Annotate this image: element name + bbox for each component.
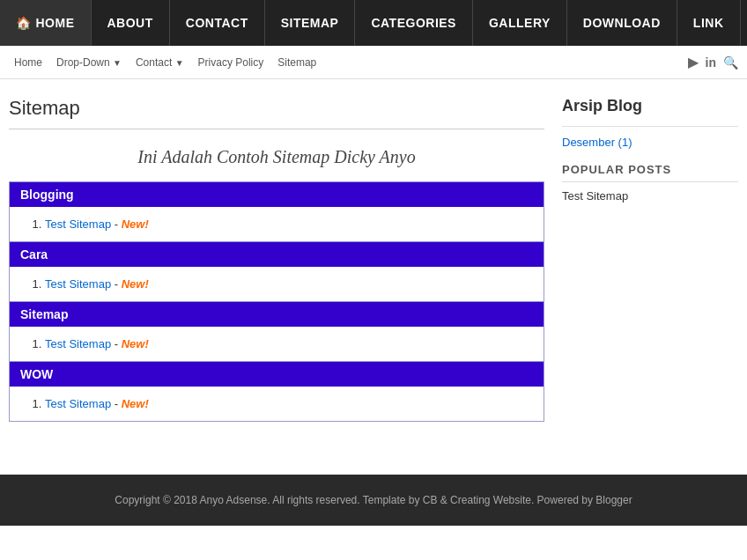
sitemap-link[interactable]: Test Sitemap xyxy=(45,337,111,350)
footer: Copyright © 2018 Anyo Adsense. All right… xyxy=(0,475,747,526)
sec-nav-dropdown[interactable]: Drop-Down ▼ xyxy=(51,53,127,72)
sec-nav-home[interactable]: Home xyxy=(9,53,48,72)
footer-text: Copyright © 2018 Anyo Adsense. All right… xyxy=(115,494,632,506)
category-blogging: Blogging xyxy=(10,182,544,207)
category-cara: Cara xyxy=(10,242,544,267)
nav-sitemap[interactable]: SITEMAP xyxy=(265,0,356,46)
youtube-icon[interactable]: ▶ xyxy=(688,54,699,70)
sitemap-link[interactable]: Test Sitemap xyxy=(45,217,111,231)
contact-dropdown-arrow: ▼ xyxy=(175,58,184,68)
archive-link[interactable]: Desember (1) xyxy=(562,136,738,149)
list-item: Test Sitemap - New! xyxy=(45,274,508,294)
sitemap-link[interactable]: Test Sitemap xyxy=(45,397,111,410)
sec-nav-contact[interactable]: Contact ▼ xyxy=(130,53,189,72)
separator: - xyxy=(115,217,122,231)
category-sitemap: Sitemap xyxy=(10,302,544,327)
home-icon: 🏠 xyxy=(16,16,32,30)
list-item: Test Sitemap - New! xyxy=(45,214,508,234)
nav-about[interactable]: ABOUT xyxy=(92,0,170,46)
new-badge: New! xyxy=(122,397,149,410)
new-badge: New! xyxy=(122,277,149,291)
content-area: Sitemap Ini Adalah Contoh Sitemap Dicky … xyxy=(9,97,544,422)
list-item: Test Sitemap - New! xyxy=(45,394,508,414)
secondary-nav-right: ▶ in 🔍 xyxy=(688,54,738,70)
secondary-nav-left: Home Drop-Down ▼ Contact ▼ Privacy Polic… xyxy=(9,53,322,72)
sitemap-link[interactable]: Test Sitemap xyxy=(45,277,111,291)
sitemap-heading: Ini Adalah Contoh Sitemap Dicky Anyo xyxy=(9,147,544,167)
nav-home[interactable]: 🏠 HOME xyxy=(0,0,92,46)
sitemap-items-sitemap: Test Sitemap - New! xyxy=(10,327,544,362)
nav-gallery[interactable]: GALLERY xyxy=(473,0,567,46)
popular-posts-title: POPULAR POSTS xyxy=(562,163,738,176)
archive-title: Arsip Blog xyxy=(562,97,738,115)
secondary-nav: Home Drop-Down ▼ Contact ▼ Privacy Polic… xyxy=(0,46,747,79)
sitemap-box: Blogging Test Sitemap - New! Cara Test S… xyxy=(9,181,544,422)
main-layout: Sitemap Ini Adalah Contoh Sitemap Dicky … xyxy=(0,79,747,439)
popular-divider xyxy=(562,181,738,182)
page-title: Sitemap xyxy=(9,97,544,120)
popular-item: Test Sitemap xyxy=(562,189,738,203)
category-wow: WOW xyxy=(10,362,544,387)
sitemap-items-cara: Test Sitemap - New! xyxy=(10,267,544,302)
sec-nav-sitemap[interactable]: Sitemap xyxy=(272,53,322,72)
separator: - xyxy=(115,397,122,410)
sitemap-items-blogging: Test Sitemap - New! xyxy=(10,207,544,242)
nav-contact[interactable]: CONTACT xyxy=(170,0,265,46)
linkedin-icon[interactable]: in xyxy=(706,55,716,70)
nav-download[interactable]: DOWNLOAD xyxy=(567,0,677,46)
nav-categories[interactable]: CATEGORIES xyxy=(355,0,473,46)
nav-link[interactable]: LINK xyxy=(677,0,741,46)
sidebar: Arsip Blog Desember (1) POPULAR POSTS Te… xyxy=(562,97,738,422)
new-badge: New! xyxy=(122,337,149,350)
top-nav: 🏠 HOME ABOUT CONTACT SITEMAP CATEGORIES … xyxy=(0,0,747,46)
title-divider xyxy=(9,129,544,129)
sec-nav-privacy[interactable]: Privacy Policy xyxy=(193,53,270,72)
list-item: Test Sitemap - New! xyxy=(45,334,508,354)
dropdown-arrow: ▼ xyxy=(113,58,122,68)
separator: - xyxy=(115,277,122,291)
archive-divider xyxy=(562,126,738,127)
separator: - xyxy=(115,337,122,350)
search-icon[interactable]: 🔍 xyxy=(723,55,738,70)
sitemap-items-wow: Test Sitemap - New! xyxy=(10,387,544,421)
new-badge: New! xyxy=(122,217,149,231)
